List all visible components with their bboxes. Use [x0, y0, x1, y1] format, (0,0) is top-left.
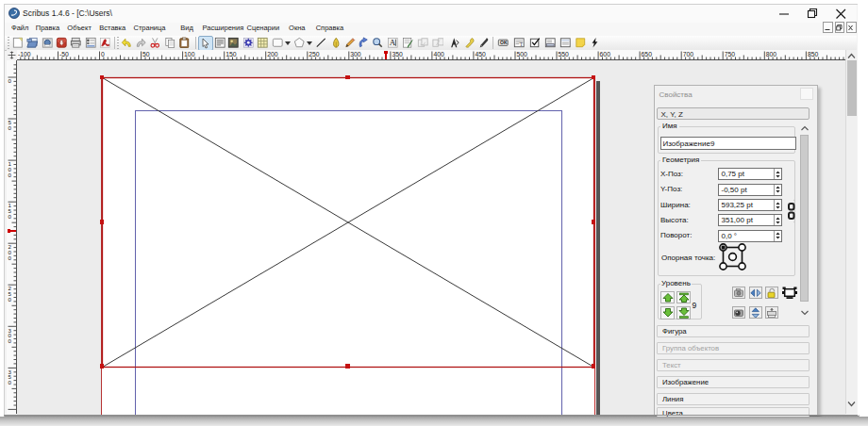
svg-text:150: 150: [225, 51, 237, 57]
svg-text:-50: -50: [59, 51, 69, 57]
svg-text:0: 0: [101, 51, 105, 57]
svg-text:0: 0: [8, 172, 11, 178]
svg-text:0: 0: [8, 337, 11, 344]
svg-text:400: 400: [433, 51, 444, 57]
svg-text:100: 100: [184, 51, 195, 57]
svg-text:700: 700: [682, 51, 693, 57]
svg-text:0: 0: [8, 296, 11, 303]
svg-text:0: 0: [8, 254, 11, 261]
svg-text:350: 350: [392, 51, 403, 57]
svg-text:450: 450: [475, 51, 486, 57]
svg-text:200: 200: [267, 51, 278, 57]
svg-text:850: 850: [807, 51, 818, 57]
svg-text:750: 750: [724, 51, 735, 57]
svg-text:500: 500: [516, 51, 527, 57]
svg-text:0: 0: [8, 213, 11, 220]
svg-text:250: 250: [309, 51, 320, 57]
svg-text:300: 300: [350, 51, 361, 57]
svg-text:-100: -100: [17, 51, 30, 57]
svg-text:0: 0: [8, 77, 11, 84]
svg-text:0: 0: [8, 124, 11, 131]
svg-text:800: 800: [765, 51, 776, 57]
svg-text:600: 600: [599, 51, 610, 57]
svg-text:550: 550: [558, 51, 569, 57]
svg-text:OK: OK: [500, 40, 508, 45]
svg-text:A: A: [389, 38, 395, 47]
svg-text:650: 650: [641, 51, 652, 57]
svg-text:50: 50: [142, 51, 150, 57]
svg-text:0: 0: [8, 379, 11, 385]
